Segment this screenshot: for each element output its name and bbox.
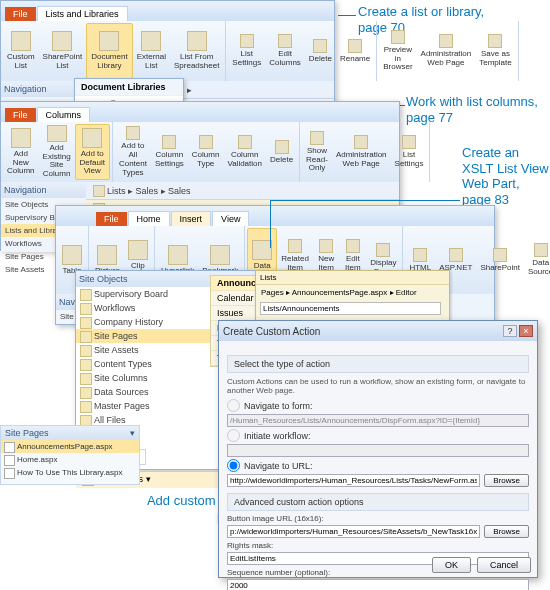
dialog-custom-action: Create Custom Action ? × Select the type… xyxy=(218,320,538,578)
btn-custom-list[interactable]: Custom List xyxy=(3,23,39,79)
input-img-url[interactable] xyxy=(227,525,480,538)
btn-document-library[interactable]: Document Library xyxy=(86,23,132,79)
browse-button[interactable]: Browse xyxy=(484,525,529,538)
sp-item[interactable]: How To Use This Library.aspx xyxy=(1,466,139,479)
tab-file[interactable]: File xyxy=(5,108,36,122)
opt-nav-url[interactable]: Navigate to URL: xyxy=(227,459,529,472)
bc-input[interactable] xyxy=(260,302,441,315)
btn-delete[interactable]: Delete xyxy=(305,23,336,79)
btn-rename[interactable]: Rename xyxy=(336,23,374,79)
btn-add-default-view[interactable]: Add to Default View xyxy=(75,124,110,180)
folder-icon xyxy=(93,185,105,197)
tabstrip: File Lists and Libraries xyxy=(1,1,334,21)
sp-item[interactable]: Home.aspx xyxy=(1,453,139,466)
btn-admin-page[interactable]: Administration Web Page xyxy=(417,23,476,79)
radio-nav-form[interactable] xyxy=(227,399,240,412)
site-pages-panel: Site Pages▾ AnnouncementsPage.aspx Home.… xyxy=(0,425,140,485)
btn-col-type[interactable]: Column Type xyxy=(188,124,224,180)
btn-sharepoint-list[interactable]: SharePoint List xyxy=(39,23,87,79)
bc-header: Lists xyxy=(256,271,449,285)
input-workflow xyxy=(227,444,529,457)
site-pages-title: Site Pages▾ xyxy=(1,426,139,440)
breadcrumb-2: Lists ▸ Sales ▸ Sales xyxy=(86,182,399,200)
close-icon[interactable]: × xyxy=(519,325,533,337)
tab-lists-libraries[interactable]: Lists and Libraries xyxy=(37,6,128,21)
input-seq[interactable] xyxy=(227,579,529,590)
callout-line xyxy=(270,200,271,248)
btn-list-settings[interactable]: List Settings xyxy=(391,124,428,180)
tab-columns[interactable]: Columns xyxy=(37,107,91,122)
input-nav-form xyxy=(227,414,529,427)
callout-line xyxy=(270,200,460,201)
btn-add-existing[interactable]: Add Existing Site Column xyxy=(39,124,75,180)
btn-save-template[interactable]: Save as Template xyxy=(475,23,515,79)
btn-list-spreadsheet[interactable]: List From Spreadsheet xyxy=(170,23,223,79)
tab-file[interactable]: File xyxy=(96,212,127,226)
section-select-type: Select the type of action xyxy=(227,355,529,373)
tab-view[interactable]: View xyxy=(212,211,249,226)
radio-workflow[interactable] xyxy=(227,429,240,442)
callout-line xyxy=(338,15,356,16)
sp-item[interactable]: AnnouncementsPage.aspx xyxy=(1,440,139,453)
callout-columns: Work with list columns,page 77 xyxy=(406,94,538,125)
section-advanced: Advanced custom action options xyxy=(227,493,529,511)
nav-title: Navigation xyxy=(1,182,86,198)
tab-insert[interactable]: Insert xyxy=(171,211,212,226)
btn-col-valid[interactable]: Column Validation xyxy=(223,124,266,180)
browse-button[interactable]: Browse xyxy=(484,474,529,487)
opt-workflow[interactable]: Initiate workflow: xyxy=(227,429,529,442)
tab-file[interactable]: File xyxy=(5,7,36,21)
dialog-desc: Custom Actions can be used to run a work… xyxy=(227,377,529,395)
bc-path: Pages ▸ AnnouncementsPage.aspx ▸ Editor xyxy=(256,285,449,300)
btn-show-ro[interactable]: Show Read-Only xyxy=(302,124,332,180)
callout-xslt: Create anXSLT List ViewWeb Part,page 83 xyxy=(462,145,549,207)
btn-sharepoint[interactable]: SharePoint xyxy=(476,228,524,292)
cancel-button[interactable]: Cancel xyxy=(477,557,531,573)
help-icon[interactable]: ? xyxy=(503,325,517,337)
opt-nav-form[interactable]: Navigate to form: xyxy=(227,399,529,412)
btn-list-settings[interactable]: List Settings xyxy=(228,23,265,79)
btn-datasource[interactable]: Data Source xyxy=(524,228,550,292)
radio-nav-url[interactable] xyxy=(227,459,240,472)
tab-home[interactable]: Home xyxy=(128,211,170,226)
lbl-rights: Rights mask: xyxy=(227,541,529,550)
btn-delete-col[interactable]: Delete xyxy=(266,124,297,180)
ribbon-lists: Custom List SharePoint List Document Lib… xyxy=(1,21,334,81)
input-nav-url[interactable] xyxy=(227,474,480,487)
ok-button[interactable]: OK xyxy=(432,557,471,573)
btn-add-new-col[interactable]: Add New Column xyxy=(3,124,39,180)
btn-edit-columns[interactable]: Edit Columns xyxy=(265,23,305,79)
btn-add-all-ct[interactable]: Add to All Content Types xyxy=(115,124,151,180)
dialog-titlebar: Create Custom Action ? × xyxy=(219,321,537,341)
btn-external-list[interactable]: External List xyxy=(133,23,170,79)
btn-preview[interactable]: Preview in Browser xyxy=(379,23,416,79)
nav-title: Navigation xyxy=(1,81,76,97)
btn-col-settings[interactable]: Column Settings xyxy=(151,124,188,180)
lbl-img-url: Button image URL (16x16): xyxy=(227,514,529,523)
btn-admin-page[interactable]: Administration Web Page xyxy=(332,124,391,180)
dropdown-header: Document Libraries xyxy=(75,79,183,96)
